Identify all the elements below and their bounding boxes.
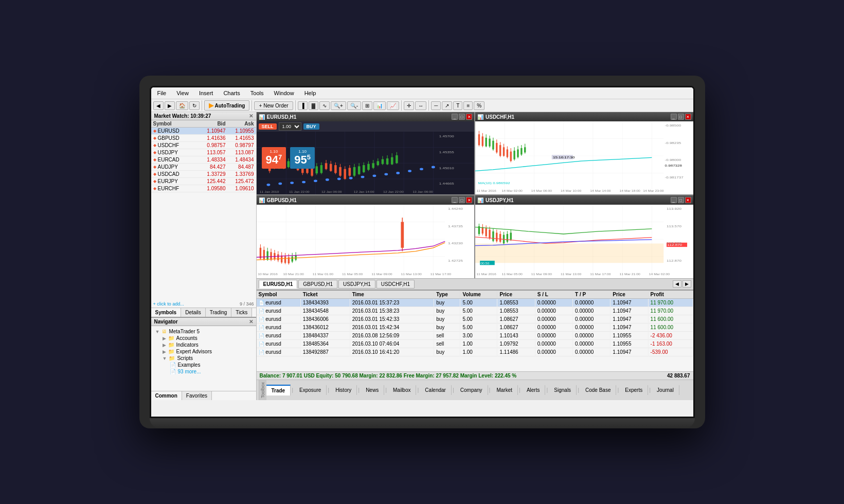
autotrading-button[interactable]: ▶ AutoTrading xyxy=(204,100,250,111)
td-volume-6: 1.00 xyxy=(460,348,497,356)
toolbar-refresh-btn[interactable]: ↻ xyxy=(189,101,200,110)
nav-item-expert-advisors[interactable]: ▶ 📁 Expert Advisors xyxy=(160,348,254,355)
eurusd-maximize[interactable]: □ xyxy=(459,114,465,120)
toolbar-fib[interactable]: ≡ xyxy=(463,101,473,110)
nav-item-metatrader[interactable]: ▼ 🖥 MetaTrader 5 xyxy=(153,328,254,335)
toolbar-grid[interactable]: ⊞ xyxy=(362,101,372,110)
toolbar-text[interactable]: T xyxy=(453,101,462,110)
nav-tab-common[interactable]: Common xyxy=(151,391,182,400)
mw-row-eurchf[interactable]: ◆EURCHF 1.09580 1.09610 xyxy=(151,185,256,192)
toolbar-home-btn[interactable]: 🏠 xyxy=(176,101,188,110)
new-order-button[interactable]: + New Order xyxy=(254,101,293,110)
table-row[interactable]: 📄 eurusd 138492887 2016.03.10 16:41:20 b… xyxy=(257,348,693,356)
nav-tab-favorites[interactable]: Favorites xyxy=(182,391,212,400)
mw-tab-symbols[interactable]: Symbols xyxy=(151,308,182,317)
menu-window[interactable]: Window xyxy=(272,89,296,97)
nav-item-scripts[interactable]: ▼ 📁 Scripts xyxy=(160,355,254,362)
mw-row-audjpy[interactable]: ◆AUDJPY 84.427 84.487 xyxy=(151,164,256,171)
bottom-tab-company[interactable]: Company xyxy=(455,385,488,395)
menu-file[interactable]: File xyxy=(155,89,169,97)
nav-item-accounts[interactable]: ▶ 📁 Accounts xyxy=(160,335,254,341)
bottom-tab-exposure[interactable]: Exposure xyxy=(294,385,327,395)
usdjpy-title: 📊 USDJPY,H1 xyxy=(477,197,513,203)
toolbar-line[interactable]: ─ xyxy=(431,101,441,110)
toolbar-period[interactable]: % xyxy=(474,101,484,110)
bottom-tab-market[interactable]: Market xyxy=(491,385,518,395)
bottom-tab-signals[interactable]: Signals xyxy=(549,385,577,395)
bottom-tab-journal[interactable]: Journal xyxy=(652,385,679,395)
eurusd-minimize[interactable]: _ xyxy=(452,114,458,120)
bottom-tab-history[interactable]: History xyxy=(330,385,357,395)
table-row[interactable]: 📄 eurusd 138436012 2016.03.01 15:42:34 b… xyxy=(257,323,693,331)
table-row[interactable]: 📄 eurusd 138434393 2016.03.01 15:37:23 b… xyxy=(257,298,693,307)
usdjpy-minimize[interactable]: _ xyxy=(671,197,677,203)
toolbar-back-btn[interactable]: ◀ xyxy=(153,101,164,110)
nav-item-indicators[interactable]: ▶ 📁 Indicators xyxy=(160,341,254,348)
mw-tab-trading[interactable]: Trading xyxy=(206,308,232,317)
usdjpy-close[interactable]: ✕ xyxy=(685,197,691,203)
toolbar-chart-candle[interactable]: ▓ xyxy=(309,101,318,110)
menu-help[interactable]: Help xyxy=(302,89,318,97)
gbpusd-close[interactable]: ✕ xyxy=(466,197,472,203)
eurusd-volume-select[interactable]: 1.00 xyxy=(279,122,301,131)
toolbar-crosshair[interactable]: ✛ xyxy=(404,101,414,110)
toolbar-fwd-btn[interactable]: ▶ xyxy=(165,101,175,110)
gbpusd-maximize[interactable]: □ xyxy=(459,197,465,203)
chart-tab-usdjpy[interactable]: USDJPY,H1 xyxy=(338,280,375,289)
bottom-tab-mailbox[interactable]: Mailbox xyxy=(388,385,416,395)
td-time-4: 2016.03.08 12:56:09 xyxy=(350,331,434,339)
toolbar-chart-line[interactable]: ∿ xyxy=(319,101,330,110)
mw-tab-ticks[interactable]: Ticks xyxy=(231,308,252,317)
menu-insert[interactable]: Insert xyxy=(197,89,216,97)
bottom-tab-trade[interactable]: Trade xyxy=(266,385,291,395)
nav-item-more[interactable]: 📄 93 more... xyxy=(168,368,254,375)
navigator-close[interactable]: ✕ xyxy=(249,319,253,325)
usdchf-maximize[interactable]: □ xyxy=(678,114,684,120)
toolbar-zoom-in[interactable]: 🔍+ xyxy=(331,101,346,110)
svg-point-76 xyxy=(384,173,388,175)
mw-row-usdcad[interactable]: ◆USDCAD 1.33729 1.33769 xyxy=(151,171,256,178)
table-row[interactable]: 📄 eurusd 138434548 2016.03.01 15:38:23 b… xyxy=(257,307,693,315)
table-row[interactable]: 📄 eurusd 138485364 2016.03.10 07:46:04 s… xyxy=(257,339,693,348)
bottom-tab-codebase[interactable]: Code Base xyxy=(580,385,616,395)
mw-row-usdjpy[interactable]: ◆USDJPY 113.057 113.087 xyxy=(151,149,256,156)
mw-row-eurcad[interactable]: ◆EURCAD 1.48334 1.48434 xyxy=(151,156,256,164)
toolbar-indicators[interactable]: 📈 xyxy=(387,101,399,110)
usdchf-minimize[interactable]: _ xyxy=(671,114,677,120)
toolbar-vol[interactable]: 📊 xyxy=(373,101,386,110)
menu-charts[interactable]: Charts xyxy=(221,89,242,97)
nav-item-examples[interactable]: 📄 Examples xyxy=(168,362,254,368)
menu-view[interactable]: View xyxy=(174,89,191,97)
menu-tools[interactable]: Tools xyxy=(248,89,266,97)
market-watch-close[interactable]: ✕ xyxy=(249,113,253,119)
toolbox-label[interactable]: Toolbox xyxy=(259,380,266,400)
table-row[interactable]: 📄 eurusd 138436006 2016.03.01 15:42:33 b… xyxy=(257,315,693,323)
usdjpy-maximize[interactable]: □ xyxy=(678,197,684,203)
chart-tab-usdchf[interactable]: USDCHF,H1 xyxy=(376,280,415,289)
usdchf-close[interactable]: ✕ xyxy=(685,114,691,120)
toolbar-zoom-out[interactable]: 🔍- xyxy=(347,101,361,110)
mw-row-eurjpy[interactable]: ◆EURJPY 125.442 125.472 xyxy=(151,178,256,185)
eurusd-buy-button[interactable]: BUY xyxy=(303,123,319,130)
mw-row-eurusd[interactable]: ◆EURUSD 1.10947 1.10955 xyxy=(151,128,256,135)
toolbar-arrow[interactable]: ↗ xyxy=(442,101,452,110)
mw-row-usdchf[interactable]: ◆USDCHF 0.98757 0.98797 xyxy=(151,142,256,149)
table-row[interactable]: 📄 eurusd 138484337 2016.03.08 12:56:09 s… xyxy=(257,331,693,339)
gbpusd-minimize[interactable]: _ xyxy=(452,197,458,203)
chart-next-arrow[interactable]: ▶ xyxy=(683,280,691,287)
chart-tab-gbpusd[interactable]: GBPUSD,H1 xyxy=(298,280,337,289)
bottom-tab-alerts[interactable]: Alerts xyxy=(522,385,546,395)
mw-row-gbpusd[interactable]: ◆GBPUSD 1.41636 1.41653 xyxy=(151,135,256,142)
mw-add-label[interactable]: + click to add... xyxy=(153,301,184,307)
bottom-tab-experts[interactable]: Experts xyxy=(620,385,648,395)
toolbar-scroll[interactable]: ↔ xyxy=(415,101,426,110)
bottom-tab-news[interactable]: News xyxy=(361,385,384,395)
toolbar-chart-bar[interactable]: ▐ xyxy=(298,101,308,110)
td-price-0: 1.08553 xyxy=(497,298,535,307)
eurusd-sell-button[interactable]: SELL xyxy=(259,123,277,130)
chart-prev-arrow[interactable]: ◀ xyxy=(673,280,681,287)
mw-tab-details[interactable]: Details xyxy=(181,308,206,317)
bottom-tab-calendar[interactable]: Calendar xyxy=(420,385,452,395)
eurusd-close[interactable]: ✕ xyxy=(466,114,472,120)
chart-tab-eurusd[interactable]: EURUSD,H1 xyxy=(259,280,298,289)
